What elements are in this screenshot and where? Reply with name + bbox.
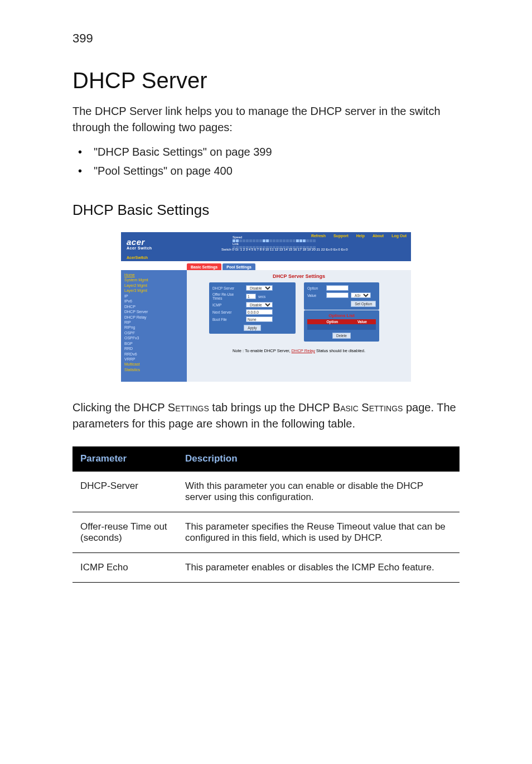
tab-basic-settings[interactable]: Basic Settings <box>187 263 221 270</box>
ss-header: acer Acer Switch Refresh Support Help Ab… <box>121 232 411 253</box>
ss-sidebar: Home System Mgmt Layer2 Mgmt Layer3 Mgmt… <box>121 270 187 382</box>
model-bar: AcerSwitch <box>121 253 411 261</box>
offer-reuse-label: Offer Re-Use Times <box>212 292 244 300</box>
ss-content: DHCP Server Settings DHCP Server Disable… <box>187 270 411 382</box>
set-option-button[interactable]: Set Option <box>351 301 376 307</box>
table-row: DHCP-Server With this parameter you can … <box>72 472 460 512</box>
sidebar-item[interactable]: Statistics <box>124 367 185 372</box>
link-label: Link <box>233 242 407 246</box>
sidebar-item[interactable]: Layer2 Mgmt <box>124 283 185 288</box>
sidebar-item[interactable]: System Mgmt <box>124 277 185 282</box>
settings-panel-left: DHCP Server Disabled Offer Re-Use Times … <box>209 282 296 334</box>
sidebar-item[interactable]: VRRP <box>124 357 185 362</box>
th-description: Description <box>177 446 460 472</box>
sidebar-item[interactable]: RRDv6 <box>124 352 185 357</box>
option-label: Option <box>307 286 324 290</box>
param-name: DHCP-Server <box>72 472 177 512</box>
param-name: Offer-reuse Time out (seconds) <box>72 512 177 553</box>
next-server-label: Next Server <box>212 310 244 314</box>
sidebar-item[interactable]: IP <box>124 294 185 299</box>
note-suffix: Status should be disabled. <box>315 348 365 353</box>
param-name: ICMP Echo <box>72 553 177 583</box>
sidebar-item[interactable]: RRD <box>124 346 185 351</box>
after-screenshot-paragraph: Clicking the DHCP Settings tab brings up… <box>72 400 460 432</box>
options-list-panel: Options List Option Value Delete <box>304 310 379 342</box>
brand-subtext: Acer Switch <box>127 246 152 250</box>
toc-item: "Pool Settings" on page 400 <box>72 161 460 180</box>
tab-row: Basic Settings Pool Settings <box>121 261 411 270</box>
dhcp-server-label: DHCP Server <box>212 286 244 290</box>
dhcp-server-select[interactable]: Disabled <box>246 285 273 291</box>
options-th-option: Option <box>316 319 349 324</box>
sidebar-item[interactable]: DHCP Relay <box>124 315 185 320</box>
sidebar-item[interactable]: OSPF <box>124 330 185 335</box>
sidebar-item[interactable]: RIP <box>124 320 185 325</box>
options-th-value: Value <box>349 319 376 324</box>
section-heading: DHCP Basic Settings <box>72 201 460 219</box>
speed-label: Speed <box>233 236 407 239</box>
sidebar-item[interactable]: BGP <box>124 341 185 346</box>
brand-logo: acer Acer Switch <box>121 236 152 250</box>
param-desc: This parameter enables or disables the I… <box>177 553 460 583</box>
tab-pool-settings[interactable]: Pool Settings <box>223 263 255 270</box>
sidebar-item[interactable]: IPv6 <box>124 299 185 304</box>
table-row: ICMP Echo This parameter enables or disa… <box>72 553 460 583</box>
options-table: Option Value <box>307 319 376 330</box>
port-legend: Switch 0 Gi: 1 2 3 4 5 6 7 8 9 10 11 12 … <box>221 248 348 251</box>
brand-text: acer <box>127 237 145 247</box>
value-label: Value <box>307 294 324 297</box>
settings-panel-right: Option Value ASCII Set Option <box>304 282 379 310</box>
option-input[interactable] <box>326 285 349 291</box>
sidebar-item[interactable]: RIPng <box>124 325 185 330</box>
parameters-table: Parameter Description DHCP-Server With t… <box>72 446 460 583</box>
ss-body: Home System Mgmt Layer2 Mgmt Layer3 Mgmt… <box>121 270 411 382</box>
content-heading: DHCP Server Settings <box>187 270 411 279</box>
icmp-label: ICMP <box>212 303 244 307</box>
offer-reuse-unit: secs <box>258 295 265 299</box>
sidebar-item[interactable]: DHCP Server <box>124 309 185 314</box>
apply-button[interactable]: Apply <box>244 325 260 331</box>
next-server-input[interactable] <box>246 309 273 315</box>
dhcp-relay-link[interactable]: DHCP Relay <box>292 348 315 353</box>
sidebar-item[interactable]: DHCP <box>124 304 185 309</box>
toc-item: "DHCP Basic Settings" on page 399 <box>72 142 460 161</box>
footer-note: Note : To enable DHCP Server, DHCP Relay… <box>187 348 411 353</box>
sidebar-item[interactable]: Multicast <box>124 362 185 367</box>
options-list-title: Options List <box>307 313 376 318</box>
table-row: Offer-reuse Time out (seconds) This para… <box>72 512 460 553</box>
value-input[interactable] <box>326 292 349 298</box>
icmp-select[interactable]: Disabled <box>246 302 273 307</box>
note-prefix: Note : To enable DHCP Server, <box>233 348 292 353</box>
sidebar-home[interactable]: Home <box>124 272 185 277</box>
toc-list: "DHCP Basic Settings" on page 399 "Pool … <box>72 142 460 180</box>
boot-file-label: Boot File <box>212 318 244 321</box>
port-panel: Speed Link Switch 0 Gi: 1 2 3 4 5 6 7 8 … <box>233 236 407 250</box>
page-number: 399 <box>72 31 460 46</box>
boot-file-input[interactable] <box>246 316 273 322</box>
param-desc: This parameter specifies the Reuse Timeo… <box>177 512 460 553</box>
page-title: DHCP Server <box>72 68 460 93</box>
value-mode-select[interactable]: ASCII <box>351 292 371 298</box>
offer-reuse-input[interactable] <box>246 294 256 299</box>
intro-paragraph: The DHCP Server link helps you to manage… <box>72 103 460 136</box>
th-parameter: Parameter <box>72 446 177 472</box>
param-desc: With this parameter you can enable or di… <box>177 472 460 512</box>
delete-button[interactable]: Delete <box>332 333 351 339</box>
sidebar-item[interactable]: OSPFv3 <box>124 335 185 340</box>
sidebar-item[interactable]: Layer3 Mgmt <box>124 288 185 293</box>
embedded-screenshot: acer Acer Switch Refresh Support Help Ab… <box>121 232 411 383</box>
